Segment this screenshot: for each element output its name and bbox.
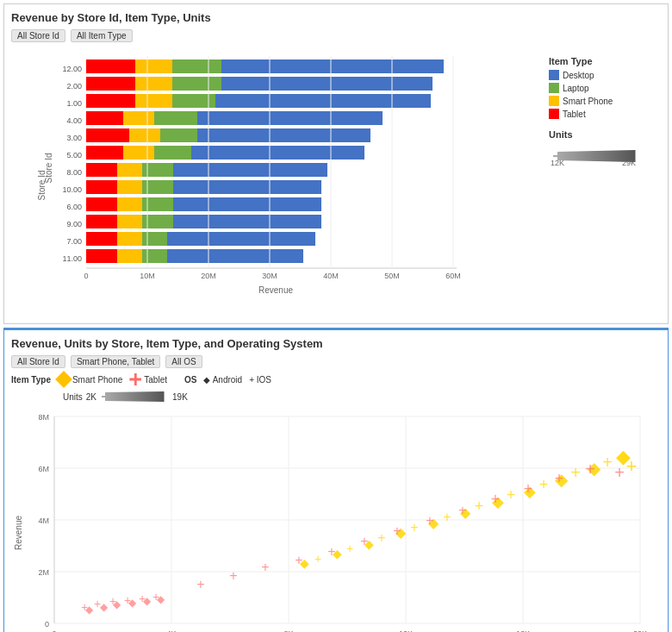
svg-marker-83 [105, 391, 164, 402]
svg-text:◆: ◆ [85, 604, 94, 616]
bar-chart-svg: Store Id 12.00 2.00 1 [11, 47, 540, 315]
svg-rect-19 [154, 111, 197, 125]
svg-rect-23 [129, 128, 160, 142]
tablet-legend: Tablet [129, 373, 167, 385]
svg-rect-43 [117, 197, 142, 211]
svg-text:+: + [426, 513, 433, 528]
bottom-filter-item[interactable]: Smart Phone, Tablet [71, 355, 160, 368]
svg-text:+: + [196, 577, 204, 591]
svg-rect-60 [167, 249, 303, 263]
legend-title: Item Type [549, 56, 661, 66]
units-legend-svg: 12K 29K [549, 143, 652, 169]
svg-rect-38 [117, 180, 142, 194]
svg-text:10M: 10M [140, 272, 155, 280]
svg-rect-34 [142, 163, 173, 177]
bar-chart-wrapper: Store Id 12.00 2.00 1 [11, 47, 540, 316]
smartphone-diamond [55, 371, 72, 388]
svg-text:1.00: 1.00 [66, 99, 82, 108]
svg-text:◆: ◆ [100, 601, 109, 613]
legend-laptop-label: Laptop [563, 84, 589, 93]
legend-smartphone: Smart Phone [549, 96, 661, 106]
svg-rect-5 [221, 59, 444, 73]
svg-rect-10 [221, 77, 432, 91]
svg-rect-48 [117, 215, 142, 228]
svg-text:+: + [626, 455, 638, 477]
scatter-chart: Revenue 8M 6M 4M 2M 0 0 4K 8K 12K 16K 20… [11, 408, 666, 632]
units-max: 19K [172, 392, 188, 402]
svg-rect-18 [123, 111, 154, 125]
svg-text:0: 0 [45, 620, 49, 629]
legend-desktop-label: Desktop [563, 71, 594, 80]
top-filter-store[interactable]: All Store Id [11, 29, 65, 42]
svg-rect-40 [173, 180, 321, 194]
svg-text:60M: 60M [445, 272, 461, 280]
svg-rect-24 [160, 128, 197, 142]
item-type-legend-label: Item Type [11, 375, 51, 385]
svg-text:4M: 4M [38, 516, 49, 525]
svg-text:◆: ◆ [300, 556, 309, 570]
svg-text:50M: 50M [384, 272, 400, 280]
svg-text:+: + [360, 534, 368, 548]
svg-rect-35 [173, 163, 327, 177]
svg-text:Store Id: Store Id [44, 153, 53, 183]
svg-text:◆: ◆ [333, 547, 342, 560]
top-chart: Revenue by Store Id, Item Type, Units Al… [3, 3, 669, 324]
bottom-chart-title: Revenue, Units by Store, Item Type, and … [11, 337, 661, 350]
svg-text:+: + [570, 463, 581, 482]
svg-text:+: + [377, 530, 385, 545]
top-filter-item[interactable]: All Item Type [71, 29, 133, 42]
svg-rect-45 [173, 197, 321, 211]
svg-text:30M: 30M [262, 272, 277, 280]
svg-rect-20 [197, 111, 383, 125]
svg-rect-52 [86, 232, 117, 246]
svg-rect-27 [86, 146, 123, 160]
svg-text:6.00: 6.00 [66, 203, 82, 211]
tablet-legend-label: Tablet [144, 375, 167, 385]
svg-text:+: + [555, 470, 564, 487]
svg-text:0: 0 [84, 272, 88, 280]
svg-text:7.00: 7.00 [66, 237, 82, 246]
smartphone-legend-label: Smart Phone [72, 375, 122, 385]
svg-rect-57 [86, 249, 117, 263]
svg-text:5.00: 5.00 [66, 151, 82, 160]
units-slider-svg [100, 389, 169, 404]
svg-text:4.00: 4.00 [66, 116, 82, 125]
svg-text:+: + [410, 520, 418, 535]
legend-tablet-label: Tablet [563, 110, 586, 119]
svg-rect-30 [191, 146, 364, 160]
svg-rect-3 [135, 59, 172, 73]
svg-text:40M: 40M [323, 272, 339, 280]
svg-text:2M: 2M [38, 568, 49, 577]
units-legend-title: Units [549, 129, 661, 140]
svg-text:+: + [458, 503, 466, 517]
svg-text:+: + [524, 480, 533, 497]
smartphone-color [549, 96, 559, 106]
bottom-chart: Revenue, Units by Store, Item Type, and … [3, 328, 669, 632]
svg-text:◆: ◆ [157, 593, 165, 605]
bottom-filter-os[interactable]: All OS [165, 355, 202, 368]
svg-text:◆: ◆ [128, 597, 137, 609]
svg-rect-55 [167, 232, 315, 246]
svg-rect-54 [142, 232, 167, 246]
svg-rect-7 [86, 77, 135, 91]
svg-rect-4 [172, 59, 221, 73]
svg-text:10.00: 10.00 [62, 185, 82, 194]
bottom-filter-store[interactable]: All Store Id [11, 355, 65, 368]
svg-rect-17 [86, 111, 123, 125]
bottom-chart-filters: All Store Id Smart Phone, Tablet All OS [11, 355, 661, 368]
svg-text:◆: ◆ [113, 598, 121, 610]
svg-text:+: + [443, 510, 451, 524]
svg-text:+: + [585, 460, 595, 479]
svg-text:29K: 29K [622, 159, 636, 167]
svg-text:+: + [475, 497, 484, 515]
svg-rect-29 [154, 146, 191, 160]
svg-rect-58 [117, 249, 142, 263]
svg-text:11.00: 11.00 [62, 254, 82, 263]
svg-text:8M: 8M [38, 413, 49, 422]
svg-rect-22 [86, 128, 129, 142]
svg-text:12K: 12K [551, 159, 564, 167]
svg-rect-2 [86, 59, 135, 73]
desktop-color [549, 70, 559, 80]
svg-text:+: + [614, 463, 625, 482]
units-slider-row: Units 2K 19K [11, 389, 661, 404]
